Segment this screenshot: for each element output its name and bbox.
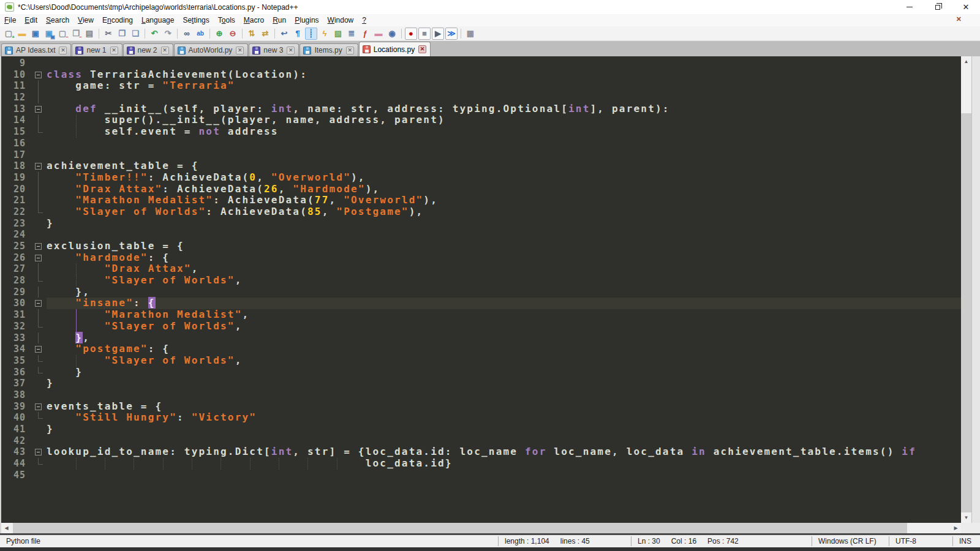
code-line: 15 self.event = not address: [1, 126, 961, 138]
tab-locations-py[interactable]: Locations.py✕: [359, 42, 431, 56]
tab-ap-ideas-txt[interactable]: AP Ideas.txt✕: [1, 43, 71, 56]
horizontal-scroll-thumb[interactable]: [13, 523, 907, 533]
menu-plugins[interactable]: Plugins: [290, 15, 323, 26]
line-number: 28: [1, 275, 32, 287]
record-macro-icon[interactable]: ●: [405, 28, 417, 40]
open-folder-icon[interactable]: ▬: [16, 28, 28, 40]
scroll-left-arrow[interactable]: ◀: [1, 523, 12, 533]
menu-settings[interactable]: Settings: [178, 15, 213, 26]
tab-close-icon[interactable]: ✕: [236, 47, 244, 54]
code-text: "postgame": {: [47, 343, 961, 355]
menu-run[interactable]: Run: [268, 15, 290, 26]
code-line: 24: [1, 229, 961, 241]
fold-collapse-icon[interactable]: [32, 160, 47, 172]
close-button[interactable]: ✕: [952, 0, 980, 14]
code-line: 21 "Marathon Medalist": AchieveData(77, …: [1, 195, 961, 206]
tab-new-2[interactable]: new 2✕: [123, 43, 173, 56]
paste-icon[interactable]: ❏: [129, 28, 141, 40]
find-icon[interactable]: ∞: [181, 28, 193, 40]
vertical-scrollbar[interactable]: ▲ ▼: [961, 56, 971, 523]
fold-collapse-icon[interactable]: [32, 252, 47, 264]
new-file-icon[interactable]: ▢+: [2, 28, 15, 40]
word-wrap-icon[interactable]: ↩: [278, 28, 290, 40]
tab-close-icon[interactable]: ✕: [59, 47, 67, 54]
code-line: 40 "Still Hungry": "Victory": [1, 412, 961, 424]
save-icon[interactable]: ▣: [29, 28, 42, 40]
tab-close-icon[interactable]: ✕: [110, 47, 118, 54]
doc-list-icon[interactable]: ≣: [345, 28, 358, 40]
fold-collapse-icon[interactable]: [32, 103, 47, 115]
cut-icon[interactable]: ✂: [102, 28, 115, 40]
run-macro-multi-icon[interactable]: ≫: [445, 28, 458, 40]
menu-edit[interactable]: Edit: [20, 15, 42, 26]
save-macro-icon[interactable]: ▦: [464, 28, 477, 40]
restore-button[interactable]: [924, 0, 952, 14]
minimize-button[interactable]: [895, 0, 924, 14]
matched-brace: }: [75, 332, 83, 343]
tab-autoworld-py[interactable]: AutoWorld.py✕: [174, 43, 249, 56]
tab-close-icon[interactable]: ✕: [346, 47, 354, 54]
menubar-close-icon[interactable]: ✕: [956, 15, 962, 23]
folder-workspace-icon[interactable]: ▬: [372, 28, 385, 40]
fold-collapse-icon[interactable]: [32, 446, 47, 458]
menu-encoding[interactable]: Encoding: [98, 15, 137, 26]
tab-label: new 2: [138, 46, 157, 54]
sync-horizontal-icon[interactable]: ⇄: [259, 28, 271, 40]
tab-new-1[interactable]: new 1✕: [72, 43, 122, 56]
indent-guide-icon[interactable]: ┊: [305, 28, 317, 40]
close-all-icon[interactable]: ❐−: [70, 28, 82, 40]
save-all-icon[interactable]: ▣▣: [43, 28, 55, 40]
monitoring-eye-icon[interactable]: ◉: [386, 28, 398, 40]
fold-margin: [32, 218, 47, 230]
code-editor[interactable]: 910class TerrariaAchievement(Location):1…: [1, 56, 961, 523]
fold-box-minus: [35, 243, 42, 250]
close-doc-icon[interactable]: ▢−: [56, 28, 69, 40]
function-list-icon[interactable]: ƒ: [359, 28, 371, 40]
print-icon[interactable]: ▤: [83, 28, 96, 40]
scroll-up-arrow[interactable]: ▲: [961, 56, 971, 67]
tab-new-3[interactable]: new 3✕: [249, 43, 299, 56]
redo-icon[interactable]: ↷: [162, 28, 174, 40]
tab-close-icon[interactable]: ✕: [418, 45, 426, 53]
replace-icon[interactable]: ab: [194, 28, 206, 40]
toolbar-separator: [177, 29, 178, 39]
stop-macro-icon[interactable]: ■: [418, 28, 431, 40]
copy-icon[interactable]: ❐: [116, 28, 128, 40]
fold-collapse-icon[interactable]: [32, 343, 47, 355]
menu-help[interactable]: ?: [358, 15, 371, 26]
fold-collapse-icon[interactable]: [32, 298, 47, 309]
menu-language[interactable]: Language: [137, 15, 178, 26]
status-insert-mode[interactable]: INS: [952, 536, 980, 546]
tab-close-icon[interactable]: ✕: [287, 47, 295, 54]
undo-icon[interactable]: ↶: [148, 28, 160, 40]
line-number: 31: [1, 309, 32, 321]
show-all-chars-icon[interactable]: ¶: [292, 28, 304, 40]
tab-close-icon[interactable]: ✕: [161, 47, 169, 54]
doc-map-icon[interactable]: ▧: [332, 28, 344, 40]
code-line: 18achievement_table = {: [1, 160, 961, 172]
line-number: 44: [1, 458, 32, 470]
sync-vertical-icon[interactable]: ⇅: [246, 28, 258, 40]
menu-search[interactable]: Search: [42, 15, 74, 26]
horizontal-scroll-track[interactable]: [12, 523, 951, 533]
scroll-down-arrow[interactable]: ▼: [961, 512, 971, 523]
scroll-right-arrow[interactable]: ▶: [951, 523, 961, 533]
indent-guide: [76, 458, 77, 470]
horizontal-scrollbar[interactable]: ◀ ▶: [0, 523, 980, 533]
tab-items-py[interactable]: Items.py✕: [300, 43, 358, 56]
play-macro-icon[interactable]: ▶: [432, 28, 444, 40]
fold-collapse-icon[interactable]: [32, 241, 47, 252]
vertical-scroll-thumb[interactable]: [961, 113, 971, 514]
menu-file[interactable]: File: [0, 15, 20, 26]
menu-window[interactable]: Window: [323, 15, 358, 26]
fold-margin: [32, 206, 47, 218]
user-lang-icon[interactable]: ϟ: [318, 28, 331, 40]
menu-view[interactable]: View: [74, 15, 98, 26]
fold-collapse-icon[interactable]: [32, 69, 47, 81]
menu-macro[interactable]: Macro: [239, 15, 268, 26]
zoom-out-icon[interactable]: ⊖: [227, 28, 239, 40]
fold-collapse-icon[interactable]: [32, 401, 47, 413]
zoom-in-icon[interactable]: ⊕: [213, 28, 225, 40]
menu-tools[interactable]: Tools: [214, 15, 239, 26]
fold-margin: [32, 412, 47, 424]
